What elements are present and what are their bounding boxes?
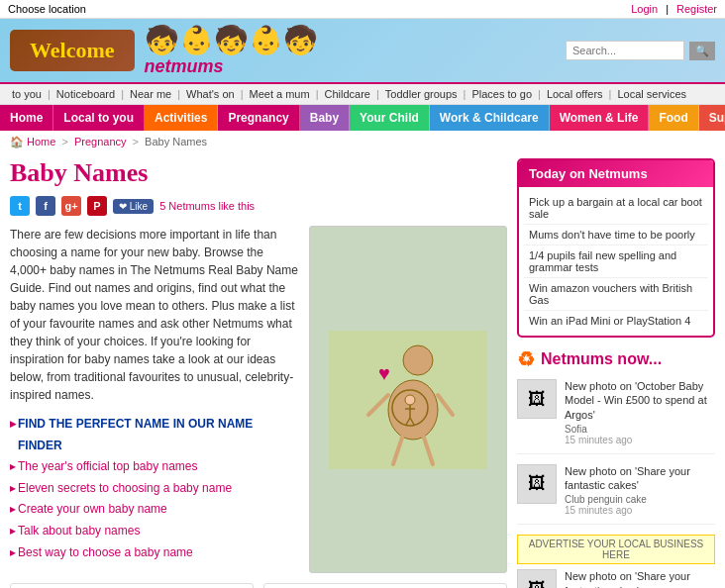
news-thumb-2: 🖼 — [517, 569, 557, 588]
nav-main: Home Local to you Activities Pregnancy B… — [0, 105, 725, 131]
like-count: 5 Netmums like this — [159, 200, 255, 212]
nav-support[interactable]: Support — [699, 105, 725, 131]
nav-top-whats-on[interactable]: What's on — [182, 87, 239, 101]
logo-text: netmums — [145, 56, 224, 77]
nav-women-life[interactable]: Women & Life — [550, 105, 650, 131]
article-image: ♥ — [309, 226, 507, 573]
header: Welcome 🧒👶🧒👶🧒 netmums 🔍 — [0, 19, 725, 82]
news-thumb-1: 🖼 — [517, 464, 557, 504]
news-title-1[interactable]: New photo on 'Share your fantastic cakes… — [565, 464, 715, 493]
news-thumb-0: 🖼 — [517, 379, 557, 419]
search-area: 🔍 — [566, 41, 715, 60]
article-link-1[interactable]: The year's official top baby names — [10, 456, 299, 478]
breadcrumb: 🏠 Home > Pregnancy > Baby Names — [0, 131, 725, 153]
nav-top: to you | Noticeboard | Near me | What's … — [0, 82, 725, 105]
news-time-1: 15 minutes ago — [565, 505, 715, 516]
today-box-items: Pick up a bargain at a local car boot sa… — [519, 187, 713, 336]
netmums-now-title: ♻ Netmums now... — [517, 347, 715, 371]
news-content-0: New photo on 'October Baby Model - Win £… — [565, 379, 715, 445]
facebook-icon[interactable]: f — [36, 196, 55, 216]
today-item-0[interactable]: Pick up a bargain at a local car boot sa… — [524, 192, 708, 225]
logo[interactable]: 🧒👶🧒👶🧒 netmums — [145, 24, 318, 77]
article-paragraph: There are few decisions more important i… — [10, 226, 299, 404]
nav-top-places-to-go[interactable]: Places to go — [467, 87, 536, 101]
social-bar: t f g+ P ❤ Like 5 Netmums like this — [10, 196, 507, 216]
news-title-0[interactable]: New photo on 'October Baby Model - Win £… — [565, 379, 715, 422]
nav-top-near-me[interactable]: Near me — [126, 87, 175, 101]
svg-text:♥: ♥ — [378, 362, 390, 384]
today-item-3[interactable]: Win amazon vouchers with British Gas — [524, 278, 708, 311]
twitter-icon[interactable]: t — [10, 196, 30, 216]
nav-activities[interactable]: Activities — [145, 105, 218, 131]
nav-local[interactable]: Local to you — [53, 105, 145, 131]
svg-point-1 — [403, 345, 433, 375]
search-input[interactable] — [566, 41, 684, 60]
news-item-0: 🖼 New photo on 'October Baby Model - Win… — [517, 379, 715, 454]
top-bar: Choose location Login | Register — [0, 0, 725, 19]
nav-top-meet-a-mum[interactable]: Meet a mum — [246, 87, 314, 101]
svg-point-8 — [405, 395, 415, 405]
today-item-1[interactable]: Mums don't have time to be poorly — [524, 225, 708, 245]
article-link-5[interactable]: Best way to choose a baby name — [10, 542, 299, 564]
nav-home[interactable]: Home — [0, 105, 53, 131]
nav-baby[interactable]: Baby — [300, 105, 350, 131]
news-content-1: New photo on 'Share your fantastic cakes… — [565, 464, 715, 517]
article-link-2[interactable]: Eleven secrets to choosing a baby name — [10, 478, 299, 500]
nav-work-childcare[interactable]: Work & Childcare — [430, 105, 550, 131]
article-link-3[interactable]: Create your own baby name — [10, 499, 299, 521]
search-button[interactable]: 🔍 — [689, 42, 715, 60]
nav-top-local-services[interactable]: Local services — [613, 87, 690, 101]
pinterest-icon[interactable]: P — [87, 196, 107, 216]
like-button[interactable]: ❤ Like — [113, 199, 154, 214]
news-content-2: New photo on 'Share your fantastic cakes… — [565, 569, 715, 588]
breadcrumb-home[interactable]: Home — [27, 136, 55, 147]
today-item-4[interactable]: Win an iPad Mini or PlayStation 4 — [524, 311, 708, 331]
netmums-now: ♻ Netmums now... 🖼 New photo on 'October… — [517, 347, 715, 588]
news-time-0: 15 minutes ago — [565, 435, 715, 445]
article-link-0[interactable]: FIND THE PERFECT NAME IN OUR NAME FINDER — [10, 414, 299, 456]
today-box: Today on Netmums Pick up a bargain at a … — [517, 158, 715, 338]
article-text-block: There are few decisions more important i… — [10, 226, 299, 573]
today-box-title: Today on Netmums — [519, 160, 713, 187]
left-content: Baby Names t f g+ P ❤ Like 5 Netmums lik… — [10, 158, 507, 588]
news-item-1: 🖼 New photo on 'Share your fantastic cak… — [517, 464, 715, 526]
login-link[interactable]: Login — [631, 3, 658, 15]
nav-pregnancy[interactable]: Pregnancy — [218, 105, 299, 131]
page-title: Baby Names — [10, 158, 507, 188]
logo-figures: 🧒👶🧒👶🧒 — [145, 24, 318, 56]
nav-food[interactable]: Food — [649, 105, 698, 131]
today-item-2[interactable]: 1/4 pupils fail new spelling and grammar… — [524, 245, 708, 278]
nav-top-noticeboard[interactable]: Noticeboard — [52, 87, 119, 101]
nav-top-local-offers[interactable]: Local offers — [543, 87, 607, 101]
main-content: Baby Names t f g+ P ❤ Like 5 Netmums lik… — [0, 153, 725, 588]
news-item-2: 🖼 New photo on 'Share your fantastic cak… — [517, 569, 715, 588]
news-title-2[interactable]: New photo on 'Share your fantastic cakes… — [565, 569, 715, 588]
advertise-bar[interactable]: ADVERTISE YOUR LOCAL BUSINESS HERE — [517, 535, 715, 564]
article-link-4[interactable]: Talk about baby names — [10, 521, 299, 542]
svg-point-2 — [388, 380, 438, 440]
right-sidebar: Today on Netmums Pick up a bargain at a … — [517, 158, 715, 588]
nav-your-child[interactable]: Your Child — [350, 105, 430, 131]
your-favourite-box: Your favourite baby names Most popular g… — [10, 583, 254, 588]
choose-location[interactable]: Choose location — [8, 3, 86, 15]
news-sub-0: Sofia — [565, 424, 715, 435]
bottom-boxes: Your favourite baby names Most popular g… — [10, 583, 507, 588]
nav-top-toddler-groups[interactable]: Toddler groups — [381, 87, 462, 101]
news-sub-1: Club penguin cake — [565, 494, 715, 505]
google-icon[interactable]: g+ — [61, 196, 81, 216]
celebrity-box: Celebrity baby names Top boy names of ce… — [263, 583, 507, 588]
welcome-banner: Welcome — [10, 30, 135, 71]
nav-top-to-you[interactable]: to you — [8, 87, 46, 101]
breadcrumb-section[interactable]: Pregnancy — [74, 136, 127, 147]
home-icon: 🏠 — [10, 136, 24, 147]
article-section: There are few decisions more important i… — [10, 226, 507, 573]
article-links: FIND THE PERFECT NAME IN OUR NAME FINDER… — [10, 414, 299, 563]
breadcrumb-current: Baby Names — [145, 136, 207, 147]
register-link[interactable]: Register — [676, 3, 717, 15]
recycle-icon: ♻ — [517, 347, 535, 371]
top-bar-auth: Login | Register — [631, 3, 717, 15]
nav-top-childcare[interactable]: Childcare — [321, 87, 374, 101]
